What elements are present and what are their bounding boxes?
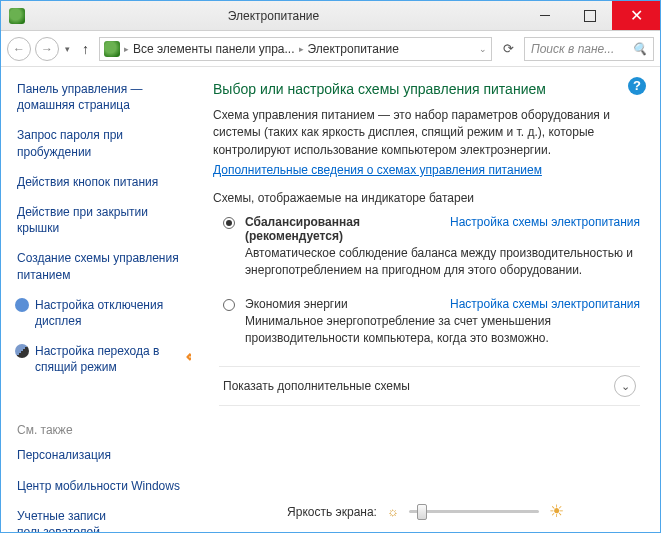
power-plan-balanced[interactable]: Сбалансированная (рекомендуется) Настрой… [223, 215, 640, 293]
slider-thumb[interactable] [417, 504, 427, 520]
sidebar-item-mobility-center[interactable]: Центр мобильности Windows [17, 478, 181, 494]
page-description: Схема управления питанием — это набор па… [213, 107, 640, 159]
radio-balanced[interactable] [223, 217, 235, 229]
window-title: Электропитание [25, 9, 522, 23]
chevron-down-icon[interactable]: ⌄ [614, 375, 636, 397]
sidebar-item-lid-close[interactable]: Действие при закрытии крышки [17, 204, 181, 236]
radio-saver[interactable] [223, 299, 235, 311]
plan-description: Автоматическое соблюдение баланса между … [245, 245, 640, 279]
address-bar[interactable]: ▸ Все элементы панели упра... ▸ Электроп… [99, 37, 492, 61]
window-controls [522, 1, 660, 30]
more-info-link[interactable]: Дополнительные сведения о схемах управле… [213, 163, 542, 177]
history-dropdown-icon[interactable]: ▾ [63, 44, 72, 54]
breadcrumb-dropdown-icon[interactable]: ⌄ [479, 44, 487, 54]
content-area: Панель управления — домашняя страница За… [1, 67, 660, 532]
sidebar-item-user-accounts[interactable]: Учетные записи пользователей [17, 508, 181, 532]
plan-settings-link[interactable]: Настройка схемы электропитания [450, 215, 640, 229]
plan-name: Сбалансированная (рекомендуется) [245, 215, 440, 243]
sun-dim-icon: ☼ [387, 504, 399, 519]
titlebar: Электропитание [1, 1, 660, 31]
main-panel: ? Выбор или настройка схемы управления п… [191, 67, 660, 532]
sidebar-item-power-buttons[interactable]: Действия кнопок питания [17, 174, 181, 190]
sidebar-item-password-on-wake[interactable]: Запрос пароля при пробуждении [17, 127, 181, 159]
plan-description: Минимальное энергопотребление за счет ум… [245, 313, 640, 347]
page-heading: Выбор или настройка схемы управления пит… [213, 81, 640, 97]
expand-plans-row[interactable]: Показать дополнительные схемы ⌄ [219, 366, 640, 406]
search-icon: 🔍 [632, 42, 647, 56]
help-icon[interactable]: ? [628, 77, 646, 95]
app-icon [9, 8, 25, 24]
sidebar-item-display-off[interactable]: Настройка отключения дисплея [15, 297, 181, 329]
search-input[interactable]: Поиск в пане... 🔍 [524, 37, 654, 61]
sidebar-item-sleep[interactable]: Настройка перехода в спящий режим ⇐ [15, 343, 181, 375]
section-label: Схемы, отображаемые на индикаторе батаре… [213, 191, 640, 205]
back-button[interactable]: ← [7, 37, 31, 61]
maximize-button[interactable] [567, 1, 612, 30]
navigation-bar: ← → ▾ ↑ ▸ Все элементы панели упра... ▸ … [1, 31, 660, 67]
brightness-label: Яркость экрана: [287, 505, 377, 519]
forward-button[interactable]: → [35, 37, 59, 61]
plan-settings-link[interactable]: Настройка схемы электропитания [450, 297, 640, 311]
plan-name: Экономия энергии [245, 297, 348, 311]
breadcrumb-part[interactable]: Все элементы панели упра... [133, 42, 295, 56]
minimize-button[interactable] [522, 1, 567, 30]
search-placeholder: Поиск в пане... [531, 42, 614, 56]
monitor-icon [15, 298, 29, 312]
refresh-button[interactable]: ⟳ [496, 41, 520, 56]
sun-bright-icon: ☀ [549, 501, 564, 522]
brightness-slider[interactable] [409, 510, 539, 513]
power-plan-saver[interactable]: Экономия энергии Настройка схемы электро… [223, 297, 640, 361]
location-icon [104, 41, 120, 57]
sidebar-item-personalization[interactable]: Персонализация [17, 447, 181, 463]
moon-icon [15, 344, 29, 358]
expand-label: Показать дополнительные схемы [223, 379, 410, 393]
breadcrumb-sep-icon: ▸ [124, 44, 129, 54]
breadcrumb-part[interactable]: Электропитание [308, 42, 399, 56]
breadcrumb-sep-icon: ▸ [299, 44, 304, 54]
close-button[interactable] [612, 1, 660, 30]
sidebar-item-create-plan[interactable]: Создание схемы управления питанием [17, 250, 181, 282]
sidebar: Панель управления — домашняя страница За… [1, 67, 191, 532]
brightness-control: Яркость экрана: ☼ ☀ [191, 501, 660, 522]
sidebar-item-home[interactable]: Панель управления — домашняя страница [17, 81, 181, 113]
up-button[interactable]: ↑ [76, 41, 95, 57]
see-also-label: См. также [17, 423, 181, 437]
